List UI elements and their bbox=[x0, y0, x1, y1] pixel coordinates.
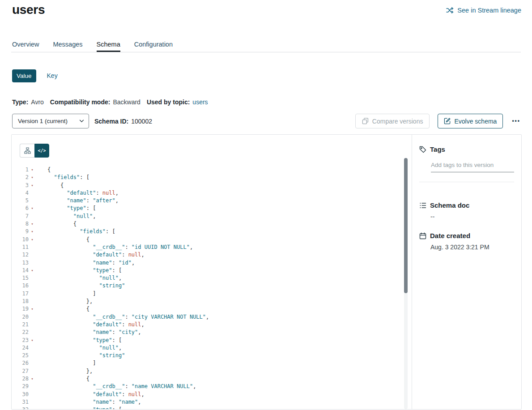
code-line: 11 "__crdb__": "id UUID NOT NULL", bbox=[12, 243, 404, 251]
tree-view-icon bbox=[24, 147, 31, 154]
tab-overview[interactable]: Overview bbox=[12, 39, 39, 52]
line-number: 28 bbox=[12, 375, 29, 383]
tags-input[interactable] bbox=[431, 162, 514, 172]
evolve-schema-button[interactable]: Evolve schema bbox=[438, 114, 503, 128]
code-view-icon: </> bbox=[38, 148, 46, 153]
code-line: 15 "null", bbox=[12, 274, 404, 282]
chevron-down-icon bbox=[79, 120, 84, 123]
code-line: 32▾ "type": [ bbox=[12, 406, 404, 409]
schema-doc-value: -- bbox=[430, 213, 434, 220]
fold-arrow-icon[interactable]: ▾ bbox=[29, 166, 36, 174]
line-number: 30 bbox=[12, 391, 29, 398]
code-text: "null", bbox=[36, 274, 122, 282]
schema-id: Schema ID: 100002 bbox=[94, 118, 152, 125]
line-number: 23 bbox=[12, 337, 29, 344]
fold-arrow-icon[interactable]: ▾ bbox=[29, 406, 36, 409]
schema-panel: </> 1▾{2▾ "fields": [3▾ {4 "default": nu… bbox=[11, 134, 522, 410]
code-text: { bbox=[36, 166, 51, 174]
page-title: users bbox=[12, 3, 45, 17]
compare-versions-button[interactable]: Compare versions bbox=[355, 114, 430, 128]
line-number: 17 bbox=[12, 290, 29, 298]
code-line: 29 "__crdb__": "name VARCHAR NULL", bbox=[12, 383, 404, 390]
code-line: 2▾ "fields": [ bbox=[12, 174, 404, 181]
line-number: 12 bbox=[12, 251, 29, 259]
page: users See in Stream lineage Overview Mes… bbox=[0, 0, 532, 410]
tab-configuration[interactable]: Configuration bbox=[134, 39, 173, 52]
code-text: "null", bbox=[36, 344, 122, 352]
line-number: 31 bbox=[12, 398, 29, 406]
calendar-icon bbox=[419, 232, 426, 239]
more-options-button[interactable]: ••• bbox=[511, 114, 521, 128]
scrollbar-thumb[interactable] bbox=[404, 158, 408, 293]
tab-bar: Overview Messages Schema Configuration bbox=[11, 39, 521, 52]
list-icon bbox=[419, 202, 426, 209]
code-line: 23▾ "type": [ bbox=[12, 337, 404, 344]
key-toggle-button[interactable]: Key bbox=[47, 69, 58, 82]
code-text: "null", bbox=[36, 213, 96, 220]
code-text: }, bbox=[36, 367, 93, 375]
fold-arrow-icon[interactable]: ▾ bbox=[29, 182, 36, 189]
fold-arrow-icon[interactable]: ▾ bbox=[29, 236, 36, 243]
schema-actions: Compare versions Evolve schema ••• bbox=[355, 114, 521, 128]
code-area: 1▾{2▾ "fields": [3▾ {4 "default": null,5… bbox=[12, 166, 404, 409]
code-line: 3▾ { bbox=[12, 182, 404, 189]
fold-spacer bbox=[29, 243, 36, 251]
line-number: 9 bbox=[12, 228, 29, 235]
topic-link[interactable]: users bbox=[192, 98, 208, 106]
fold-spacer bbox=[29, 189, 36, 197]
line-number: 27 bbox=[12, 367, 29, 375]
line-number: 14 bbox=[12, 267, 29, 274]
code-line: 6▾ "type": [ bbox=[12, 205, 404, 212]
fold-spacer bbox=[29, 313, 36, 321]
code-text: "string" bbox=[36, 282, 125, 290]
line-number: 13 bbox=[12, 259, 29, 267]
type-value: Avro bbox=[31, 98, 44, 106]
fold-spacer bbox=[29, 329, 36, 336]
line-number: 5 bbox=[12, 197, 29, 205]
code-text: "fields": [ bbox=[36, 174, 89, 181]
code-line: 1▾{ bbox=[12, 166, 404, 174]
code-line: 9▾ "fields": [ bbox=[12, 228, 404, 235]
topic-label: Used by topic: bbox=[147, 98, 190, 106]
version-controls: Version 1 (current) Schema ID: 100002 bbox=[12, 114, 152, 128]
fold-spacer bbox=[29, 359, 36, 367]
line-number: 7 bbox=[12, 213, 29, 220]
fold-spacer bbox=[29, 290, 36, 298]
code-text: { bbox=[36, 236, 89, 243]
code-text: "type": [ bbox=[36, 205, 96, 212]
fold-arrow-icon[interactable]: ▾ bbox=[29, 174, 36, 181]
fold-arrow-icon[interactable]: ▾ bbox=[29, 228, 36, 235]
compatibility-value: Backward bbox=[113, 98, 140, 106]
stream-lineage-link[interactable]: See in Stream lineage bbox=[446, 7, 521, 14]
tree-view-button[interactable] bbox=[20, 144, 34, 158]
schema-id-label: Schema ID: bbox=[94, 118, 128, 125]
date-created-value: Aug. 3 2022 3:21 PM bbox=[430, 243, 489, 251]
fold-arrow-icon[interactable]: ▾ bbox=[29, 205, 36, 212]
version-select[interactable]: Version 1 (current) bbox=[12, 114, 89, 128]
evolve-schema-icon bbox=[444, 118, 451, 124]
fold-arrow-icon[interactable]: ▾ bbox=[29, 305, 36, 313]
code-text: "fields": [ bbox=[36, 228, 115, 235]
fold-arrow-icon[interactable]: ▾ bbox=[29, 267, 36, 274]
editor-scrollbar bbox=[404, 158, 408, 409]
tags-section-header: Tags bbox=[419, 145, 445, 153]
fold-arrow-icon[interactable]: ▾ bbox=[29, 220, 36, 228]
line-number: 22 bbox=[12, 329, 29, 336]
fold-spacer bbox=[29, 298, 36, 305]
code-line: 22 "name": "city", bbox=[12, 329, 404, 336]
line-number: 19 bbox=[12, 305, 29, 313]
tab-schema[interactable]: Schema bbox=[97, 39, 120, 52]
line-number: 11 bbox=[12, 243, 29, 251]
fold-spacer bbox=[29, 321, 36, 329]
code-view-button[interactable]: </> bbox=[34, 144, 49, 158]
value-toggle-button[interactable]: Value bbox=[12, 69, 36, 82]
code-line: 18 }, bbox=[12, 298, 404, 305]
line-number: 8 bbox=[12, 220, 29, 228]
code-line: 19▾ { bbox=[12, 305, 404, 313]
code-text: "string" bbox=[36, 352, 125, 359]
fold-arrow-icon[interactable]: ▾ bbox=[29, 337, 36, 344]
tab-messages[interactable]: Messages bbox=[53, 39, 82, 52]
stream-lineage-icon bbox=[446, 7, 454, 14]
fold-arrow-icon[interactable]: ▾ bbox=[29, 375, 36, 383]
code-text: "default": null, bbox=[36, 189, 119, 197]
